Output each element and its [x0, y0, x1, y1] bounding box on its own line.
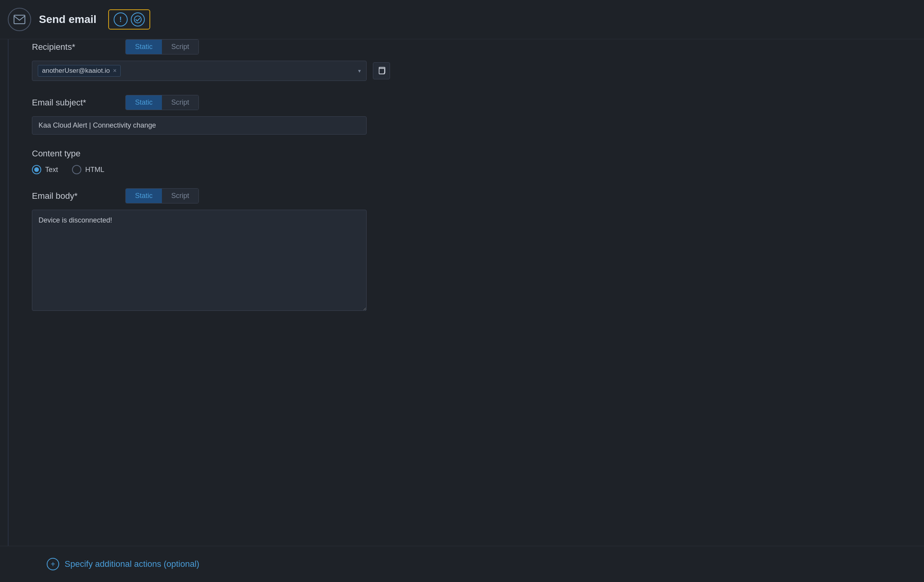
check-status-icon[interactable] [131, 12, 145, 26]
recipients-input-row: anotherUser@kaaiot.io × ▾ [32, 61, 924, 81]
copy-button[interactable] [373, 62, 390, 79]
add-icon-symbol: + [51, 560, 55, 569]
page-title: Send email [39, 13, 97, 26]
email-body-static-button[interactable]: Static [126, 189, 162, 203]
recipients-field-header: Recipients* Static Script [32, 39, 924, 54]
email-icon [14, 15, 25, 24]
email-subject-script-button[interactable]: Script [162, 95, 199, 110]
email-subject-field-group: Email subject* Static Script [32, 95, 924, 135]
radio-html-outer [72, 165, 81, 174]
radio-text-option[interactable]: Text [32, 165, 58, 174]
add-action-text[interactable]: Specify additional actions (optional) [65, 559, 199, 569]
radio-text-outer [32, 165, 41, 174]
page-container: Send email ! Recipients* St [0, 0, 924, 582]
email-subject-label: Email subject* [32, 98, 118, 108]
radio-text-inner [34, 167, 39, 172]
radio-group: Text HTML [32, 165, 924, 174]
recipients-field[interactable]: anotherUser@kaaiot.io × ▾ [32, 61, 367, 81]
email-subject-static-button[interactable]: Static [126, 95, 162, 110]
recipient-tag-remove[interactable]: × [113, 67, 116, 74]
recipients-required-marker: * [72, 42, 76, 52]
recipients-label: Recipients* [32, 42, 118, 52]
content-with-line: Recipients* Static Script anotherUser@ka… [0, 39, 924, 546]
email-icon-circle [8, 8, 31, 31]
email-body-label: Email body* [32, 191, 118, 201]
recipient-tag-value: anotherUser@kaaiot.io [42, 67, 110, 75]
recipient-tag: anotherUser@kaaiot.io × [38, 65, 121, 77]
status-icons-group: ! [108, 9, 150, 30]
content-type-section: Content type Text HTML [32, 149, 924, 174]
content-type-label: Content type [32, 149, 924, 159]
email-subject-input[interactable] [32, 116, 367, 135]
recipients-toggle-group: Static Script [125, 39, 199, 54]
email-body-script-button[interactable]: Script [162, 189, 199, 203]
left-vertical-line [8, 39, 9, 546]
email-body-textarea[interactable]: Device is disconnected! [32, 210, 367, 311]
radio-html-option[interactable]: HTML [72, 165, 104, 174]
email-body-field-group: Email body* Static Script Device is disc… [32, 188, 924, 311]
copy-icon [377, 67, 386, 75]
header-row: Send email ! [0, 0, 924, 39]
radio-text-label: Text [45, 166, 58, 174]
add-action-icon[interactable]: + [47, 558, 59, 570]
recipients-field-group: Recipients* Static Script anotherUser@ka… [32, 39, 924, 81]
email-body-field-header: Email body* Static Script [32, 188, 924, 203]
warning-status-icon[interactable]: ! [114, 12, 128, 26]
form-content: Recipients* Static Script anotherUser@ka… [24, 39, 924, 546]
svg-point-1 [134, 16, 141, 23]
email-subject-required-marker: * [83, 98, 86, 107]
radio-html-label: HTML [85, 166, 104, 174]
email-subject-toggle-group: Static Script [125, 95, 199, 110]
recipients-dropdown-arrow[interactable]: ▾ [358, 68, 361, 74]
email-subject-field-header: Email subject* Static Script [32, 95, 924, 110]
bottom-action-row: + Specify additional actions (optional) [0, 546, 924, 582]
svg-rect-0 [14, 15, 25, 24]
recipients-script-button[interactable]: Script [162, 40, 199, 54]
svg-rect-2 [379, 68, 385, 74]
email-body-required-marker: * [74, 191, 78, 201]
email-body-toggle-group: Static Script [125, 188, 199, 203]
recipients-static-button[interactable]: Static [126, 40, 162, 54]
